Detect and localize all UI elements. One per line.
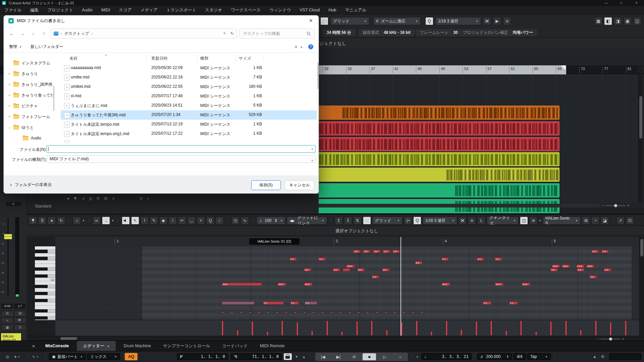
velocity-bar[interactable] [595,321,597,336]
white-key[interactable] [35,253,55,257]
velocity-bar[interactable] [505,331,507,336]
velocity-bar[interactable] [297,322,298,336]
minimize-button[interactable]: — [599,0,614,6]
locator-lock-icon[interactable] [284,353,292,360]
metronome-icon[interactable]: ▲ [592,353,598,360]
nudge-up-icon[interactable]: ↥ [335,217,343,225]
stop-button[interactable]: ■ [363,353,376,360]
back-icon[interactable]: ← [8,29,16,38]
midi-note-D4[interactable]: D4 [304,268,311,272]
velocity-box[interactable]: ⇣100⇕▼ [257,217,285,225]
tab-MIDI Remote[interactable]: MIDI Remote [254,341,291,351]
sidebar-folder-きゅうり食ってた[interactable]: >きゅうり食ってた [6,91,57,99]
sidebar-folder-インスタグラム[interactable]: インスタグラム [6,59,57,67]
indep-loop-icon[interactable]: ◪ [601,217,609,225]
go-to-end-button[interactable]: ▶| [332,353,345,360]
inserts-state-icon[interactable]: ▦ [1,324,13,330]
record-mode-icon[interactable]: ●▼ [12,353,22,360]
midi-note-D4[interactable]: D4 [382,268,389,272]
midi-note-G4[interactable]: G4 [373,250,380,253]
velocity-lane[interactable] [55,320,644,336]
filetype-select[interactable]: MIDI ファイル (*.mid)∨ [47,155,316,163]
pin-icon[interactable] [29,217,37,225]
midi-note-G4[interactable]: G4 [363,250,370,253]
midi-note-dash[interactable] [240,312,242,313]
punch-out-icon[interactable]: ▴ [301,353,307,360]
draw-tool-icon[interactable]: ✎ [150,217,158,225]
play-button[interactable]: ▷ [378,353,391,360]
midi-note-F4[interactable]: F4 [441,257,449,261]
velocity-bar[interactable] [252,321,253,336]
tempo-display[interactable]: ♬200.000⇕ [477,353,512,360]
white-key[interactable] [35,246,55,250]
midi-note-dash[interactable] [376,312,378,313]
midi-note-D#4[interactable]: D#4 [586,264,594,268]
record-enable-icon[interactable]: ● [67,196,69,200]
select-tool-icon[interactable]: ↖ [131,217,139,225]
midi-note-D#4[interactable]: D#4 [346,264,355,268]
midi-note-G4[interactable]: G4 [353,250,361,253]
split-tool-icon[interactable]: ✂ [178,217,186,225]
file-row-partial[interactable]: ♫ [61,138,317,143]
editor-vscroll-thumb[interactable] [640,239,643,256]
menu-item-MIDI[interactable]: MIDI [97,8,114,12]
velocity-bar[interactable] [326,321,328,336]
velocity-bar[interactable] [311,331,313,336]
black-key[interactable] [35,292,55,295]
midi-note-A#3[interactable]: A#3 [277,283,286,286]
read-button[interactable]: R [1,311,13,317]
open-in-window-icon[interactable]: ↗ [616,217,625,225]
fader-value[interactable]: -0.04 [1,304,13,309]
velocity-bar[interactable] [341,331,343,336]
midi-note-dash[interactable] [285,312,287,313]
midi-note-D4[interactable]: D4 [333,268,340,272]
glue-tool-icon[interactable]: ◡ [187,217,196,225]
midi-note-G4[interactable]: G4 [392,250,400,253]
midi-note-A#3[interactable]: A#3 [495,283,503,286]
grid-match-icon[interactable]: -|+ [404,217,412,225]
left-locator[interactable]: ◤1. 1. 1. 0 [177,353,228,360]
midi-note-dash[interactable] [394,312,396,313]
view-mode-dropdown[interactable]: ≡ ▼ [295,45,303,49]
note-grid[interactable]: G4G4G4G4G4G4G4F4F4F4F4F4E4D#4D#4D#4D#4D#… [55,246,644,320]
file-row[interactable]: ♫タイトル未設定.tempo.mid2025/07/13 22:19MIDI シ… [61,120,317,129]
white-key[interactable] [35,306,55,309]
sidebar-folder-フォトフレーム[interactable]: >フォトフレーム [6,113,57,121]
close-lower-zone-icon[interactable]: ✕ [32,344,35,349]
midi-note-A#3[interactable]: A#3 [441,283,450,286]
sidebar-folder-Audio[interactable]: Audio [6,134,57,142]
white-key[interactable] [35,313,55,316]
black-key[interactable] [35,316,55,320]
nudge-down-icon[interactable]: ↧ [344,217,352,225]
midi-note-dash[interactable] [421,312,423,313]
velocity-bar[interactable] [446,321,447,336]
midi-note-F3[interactable]: F3 [263,301,284,305]
midi-note-D4[interactable]: D4 [357,268,365,272]
velocity-bar[interactable] [476,321,477,336]
white-key[interactable] [35,288,55,292]
organize-dropdown[interactable]: 整理▼ [9,44,22,50]
write-button[interactable]: W [14,311,26,317]
midi-note-F3[interactable]: F3 [509,301,518,305]
velocity-bar[interactable] [222,321,223,336]
velocity-bar[interactable] [281,321,283,336]
white-key[interactable] [35,264,55,267]
racks-icon[interactable]: ▦ [594,17,602,25]
cycle-button[interactable]: ↺ [347,353,361,360]
velocity-bar[interactable] [550,321,552,336]
sidebar-folder-ゆうと[interactable]: ⌄ゆうと [6,123,57,131]
part-select-dropdown[interactable]: HALion Sonic 0.▼ [543,217,581,225]
editor-quantize-icon[interactable]: Q [413,217,421,225]
remove-icon[interactable]: × [147,196,149,201]
range-tool-icon[interactable]: I [141,217,149,225]
column-date[interactable]: 更新日時 [151,56,167,61]
arrange-zoom-controls[interactable]: −+ [602,203,629,208]
right-zone-icon[interactable]: ▣ [624,17,632,25]
cancel-button[interactable]: キャンセル [285,180,314,190]
file-row[interactable]: ♫きゅうり食ってた午後3時.mid2025/07/20 1:34MIDI シーケ… [61,110,317,120]
midi-note-dash[interactable] [294,312,297,313]
file-row[interactable]: ♫umibet.mid2025/06/22 22:55MIDI シーケンス180… [61,82,317,92]
file-row[interactable]: ♫タイトル未設定.tempo.orig1.mid2025/07/12 17:22… [61,129,317,138]
midi-note-dash[interactable] [412,312,414,313]
menu-item-スコア[interactable]: スコア [114,7,136,13]
